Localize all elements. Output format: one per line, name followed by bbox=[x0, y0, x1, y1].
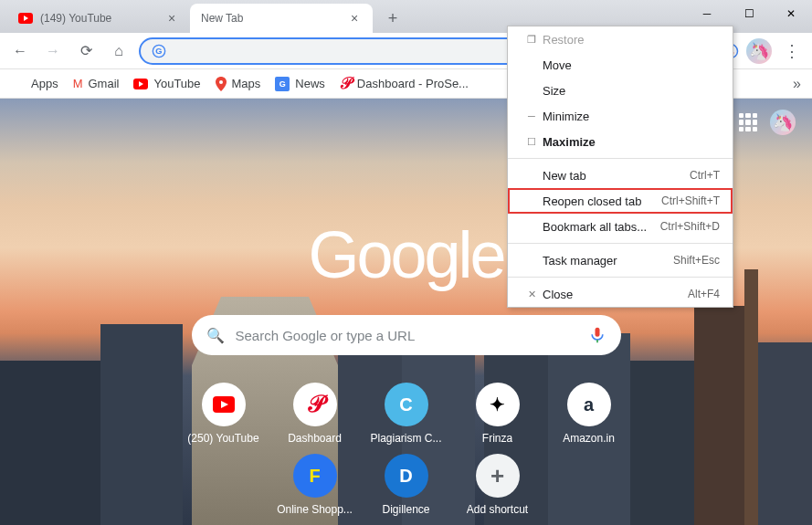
bookmark-gmail[interactable]: MGmail bbox=[73, 77, 120, 90]
shortcut-amazon[interactable]: aAmazon.in bbox=[548, 383, 630, 445]
flipkart-icon: F bbox=[293, 454, 337, 498]
amazon-icon: a bbox=[567, 383, 611, 426]
bookmark-apps[interactable]: Apps bbox=[11, 77, 58, 91]
menu-reopen-closed-tab[interactable]: Reopen closed tabCtrl+Shift+T bbox=[508, 188, 733, 214]
menu-maximize[interactable]: ☐Maximize bbox=[508, 129, 733, 154]
tab-strip: (149) YouTube × New Tab × + bbox=[0, 0, 406, 33]
tab-title: (149) YouTube bbox=[40, 12, 157, 25]
google-apps-button[interactable] bbox=[739, 113, 757, 131]
search-box[interactable]: 🔍 Search Google or type a URL bbox=[192, 315, 621, 355]
shortcut-label: Plagiarism C... bbox=[370, 432, 441, 445]
forward-button[interactable]: → bbox=[40, 38, 66, 64]
svg-text:G: G bbox=[155, 47, 162, 56]
menu-separator bbox=[508, 243, 733, 244]
digillence-icon: D bbox=[385, 454, 428, 498]
menu-separator bbox=[508, 277, 733, 278]
tab-title: New Tab bbox=[201, 12, 340, 25]
bookmark-label: Maps bbox=[232, 77, 261, 90]
youtube-icon bbox=[213, 396, 235, 413]
menu-separator bbox=[508, 158, 733, 159]
menu-restore: ❐Restore bbox=[508, 26, 733, 52]
youtube-icon bbox=[133, 79, 148, 89]
bookmark-dashboard[interactable]: 𝒫Dashboard - ProSe... bbox=[340, 74, 469, 93]
close-icon[interactable]: × bbox=[164, 11, 179, 26]
reload-button[interactable]: ⟳ bbox=[73, 38, 99, 64]
search-placeholder: Search Google or type a URL bbox=[236, 328, 577, 343]
menu-task-manager[interactable]: Task managerShift+Esc bbox=[508, 247, 733, 273]
shortcut-youtube[interactable]: (250) YouTube bbox=[183, 383, 265, 445]
frinza-icon: ✦ bbox=[476, 383, 520, 426]
close-icon[interactable]: × bbox=[347, 11, 362, 26]
apps-icon bbox=[11, 77, 26, 91]
chrome-menu-button[interactable]: ⋮ bbox=[779, 38, 805, 64]
bookmark-label: Dashboard - ProSe... bbox=[357, 77, 469, 90]
shortcut-digillence[interactable]: DDigillence bbox=[365, 454, 448, 516]
window-controls: ─ ☐ ✕ bbox=[686, 0, 812, 27]
voice-search-icon[interactable] bbox=[588, 326, 606, 344]
tab-new-tab[interactable]: New Tab × bbox=[190, 4, 373, 33]
tab-youtube[interactable]: (149) YouTube × bbox=[7, 4, 190, 33]
shortcut-frinza[interactable]: ✦Frinza bbox=[457, 383, 539, 445]
google-g-icon: G bbox=[152, 44, 166, 58]
bookmark-label: YouTube bbox=[153, 77, 200, 90]
ntp-avatar[interactable]: 🦄 bbox=[770, 110, 796, 135]
news-icon: G bbox=[275, 77, 290, 91]
shortcut-label: (250) YouTube bbox=[187, 432, 258, 445]
bookmark-youtube[interactable]: YouTube bbox=[133, 77, 200, 90]
home-button[interactable]: ⌂ bbox=[106, 38, 132, 64]
shortcut-plagiarism[interactable]: CPlagiarism C... bbox=[365, 383, 448, 445]
svg-point-5 bbox=[219, 80, 223, 84]
menu-new-tab[interactable]: New tabCtrl+T bbox=[508, 163, 733, 188]
bookmark-label: Apps bbox=[31, 77, 58, 90]
close-window-button[interactable]: ✕ bbox=[770, 0, 812, 27]
close-icon: ✕ bbox=[521, 289, 543, 300]
profile-avatar[interactable]: 🦄 bbox=[746, 38, 772, 64]
window-context-menu: ❐Restore Move Size ─Minimize ☐Maximize N… bbox=[507, 26, 733, 308]
new-tab-button[interactable]: + bbox=[380, 5, 406, 31]
gmail-icon: M bbox=[73, 77, 83, 90]
menu-move[interactable]: Move bbox=[508, 52, 733, 78]
back-button[interactable]: ← bbox=[7, 38, 33, 64]
ntp-header-right: 🦄 bbox=[739, 110, 796, 135]
shortcut-add[interactable]: +Add shortcut bbox=[457, 454, 539, 516]
shortcut-label: Online Shopp... bbox=[277, 503, 353, 516]
shortcut-label: Digillence bbox=[382, 503, 429, 516]
shortcut-label: Add shortcut bbox=[467, 503, 528, 516]
pinterest-icon: 𝒫 bbox=[293, 383, 337, 426]
google-logo: Google bbox=[308, 217, 503, 292]
copyscape-icon: C bbox=[385, 383, 428, 426]
bookmark-maps[interactable]: Maps bbox=[216, 77, 261, 91]
restore-icon: ❐ bbox=[521, 34, 543, 46]
maximize-icon: ☐ bbox=[521, 136, 543, 148]
menu-bookmark-all-tabs[interactable]: Bookmark all tabs...Ctrl+Shift+D bbox=[508, 214, 733, 239]
search-icon: 🔍 bbox=[206, 327, 225, 344]
minimize-icon: ─ bbox=[521, 110, 543, 121]
menu-minimize[interactable]: ─Minimize bbox=[508, 103, 733, 129]
shortcut-flipkart[interactable]: FOnline Shopp... bbox=[274, 454, 356, 516]
youtube-icon bbox=[18, 11, 33, 26]
bookmark-label: Gmail bbox=[88, 77, 119, 90]
menu-size[interactable]: Size bbox=[508, 78, 733, 103]
pinterest-icon: 𝒫 bbox=[340, 74, 352, 93]
shortcuts-grid: (250) YouTube 𝒫Dashboard CPlagiarism C..… bbox=[169, 383, 644, 516]
shortcut-label: Frinza bbox=[482, 432, 512, 445]
minimize-button[interactable]: ─ bbox=[686, 0, 728, 27]
menu-close[interactable]: ✕CloseAlt+F4 bbox=[508, 281, 733, 307]
shortcut-dashboard[interactable]: 𝒫Dashboard bbox=[274, 383, 356, 445]
shortcut-label: Amazon.in bbox=[563, 432, 615, 445]
bookmarks-overflow-button[interactable]: » bbox=[793, 76, 801, 92]
maps-icon bbox=[216, 77, 227, 91]
shortcut-label: Dashboard bbox=[288, 432, 342, 445]
maximize-button[interactable]: ☐ bbox=[728, 0, 770, 27]
bookmark-label: News bbox=[295, 77, 325, 90]
bookmark-news[interactable]: GNews bbox=[275, 77, 325, 91]
add-icon: + bbox=[476, 454, 520, 498]
